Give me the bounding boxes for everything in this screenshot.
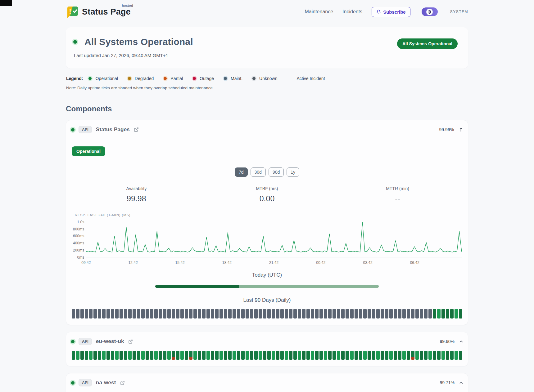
range-90d-button[interactable]: 90d <box>269 167 284 177</box>
uptime-tick[interactable] <box>159 351 162 360</box>
uptime-tick[interactable] <box>437 309 441 318</box>
uptime-tick[interactable] <box>250 351 253 360</box>
uptime-tick[interactable] <box>285 351 288 360</box>
uptime-tick[interactable] <box>76 309 79 318</box>
expand-component-button[interactable] <box>459 340 463 343</box>
external-link-icon[interactable] <box>128 339 133 344</box>
uptime-tick[interactable] <box>233 309 236 318</box>
uptime-tick[interactable] <box>293 351 297 360</box>
uptime-tick[interactable] <box>402 351 406 360</box>
uptime-tick[interactable] <box>459 351 462 360</box>
uptime-tick[interactable] <box>381 351 384 360</box>
uptime-tick[interactable] <box>441 309 445 318</box>
uptime-tick[interactable] <box>167 309 171 318</box>
uptime-tick[interactable] <box>389 309 393 318</box>
uptime-tick[interactable] <box>133 351 136 360</box>
uptime-tick[interactable] <box>306 351 310 360</box>
uptime-tick[interactable] <box>89 309 93 318</box>
external-link-icon[interactable] <box>134 127 139 132</box>
uptime-tick[interactable] <box>172 351 175 360</box>
uptime-tick[interactable] <box>185 351 188 360</box>
uptime-tick[interactable] <box>111 309 114 318</box>
uptime-tick[interactable] <box>150 351 153 360</box>
uptime-tick[interactable] <box>254 351 258 360</box>
uptime-tick[interactable] <box>328 351 332 360</box>
subscribe-button[interactable]: Subscribe <box>372 7 410 17</box>
uptime-tick[interactable] <box>146 309 149 318</box>
uptime-tick[interactable] <box>402 309 406 318</box>
uptime-tick[interactable] <box>85 351 88 360</box>
uptime-tick[interactable] <box>407 309 410 318</box>
uptime-tick[interactable] <box>85 309 88 318</box>
uptime-tick[interactable] <box>459 309 462 318</box>
range-1y-button[interactable]: 1y <box>287 167 299 177</box>
uptime-tick[interactable] <box>333 351 336 360</box>
uptime-tick[interactable] <box>368 309 371 318</box>
uptime-tick[interactable] <box>176 309 179 318</box>
uptime-tick[interactable] <box>237 351 240 360</box>
uptime-tick[interactable] <box>185 309 188 318</box>
uptime-tick[interactable] <box>285 309 288 318</box>
uptime-tick[interactable] <box>206 309 210 318</box>
uptime-tick[interactable] <box>350 309 354 318</box>
uptime-tick[interactable] <box>267 351 271 360</box>
uptime-tick[interactable] <box>233 351 236 360</box>
uptime-tick[interactable] <box>420 351 423 360</box>
uptime-tick[interactable] <box>428 351 432 360</box>
uptime-tick[interactable] <box>441 351 445 360</box>
uptime-tick[interactable] <box>198 309 201 318</box>
uptime-tick[interactable] <box>106 309 110 318</box>
uptime-tick[interactable] <box>206 351 210 360</box>
uptime-tick[interactable] <box>328 309 332 318</box>
uptime-tick[interactable] <box>376 351 380 360</box>
uptime-tick[interactable] <box>263 351 266 360</box>
uptime-tick[interactable] <box>267 309 271 318</box>
uptime-tick[interactable] <box>315 351 319 360</box>
expand-component-button[interactable] <box>459 381 463 384</box>
uptime-tick[interactable] <box>385 309 388 318</box>
uptime-tick[interactable] <box>215 309 219 318</box>
uptime-tick[interactable] <box>72 351 75 360</box>
uptime-tick[interactable] <box>319 309 323 318</box>
uptime-tick[interactable] <box>124 351 127 360</box>
uptime-tick[interactable] <box>341 351 345 360</box>
uptime-tick[interactable] <box>154 351 158 360</box>
uptime-tick[interactable] <box>272 309 275 318</box>
uptime-tick[interactable] <box>89 351 93 360</box>
uptime-tick[interactable] <box>180 351 184 360</box>
brand-logo-link[interactable]: ! Status Page hosted <box>66 5 131 18</box>
nav-maintenance-link[interactable]: Maintenance <box>305 9 333 15</box>
uptime-tick[interactable] <box>276 351 279 360</box>
uptime-tick[interactable] <box>311 351 314 360</box>
uptime-tick[interactable] <box>211 309 214 318</box>
uptime-tick[interactable] <box>224 309 227 318</box>
uptime-tick[interactable] <box>446 309 449 318</box>
uptime-tick[interactable] <box>298 351 301 360</box>
uptime-tick[interactable] <box>246 309 249 318</box>
uptime-tick[interactable] <box>254 309 258 318</box>
collapse-component-button[interactable] <box>459 127 463 132</box>
uptime-tick[interactable] <box>385 351 388 360</box>
uptime-tick[interactable] <box>246 351 249 360</box>
uptime-tick[interactable] <box>115 351 119 360</box>
uptime-tick[interactable] <box>446 351 449 360</box>
uptime-tick[interactable] <box>355 309 358 318</box>
range-7d-button[interactable]: 7d <box>235 167 248 177</box>
uptime-tick[interactable] <box>202 351 206 360</box>
uptime-tick[interactable] <box>133 309 136 318</box>
uptime-tick[interactable] <box>189 309 192 318</box>
uptime-tick[interactable] <box>124 309 127 318</box>
uptime-tick[interactable] <box>415 309 419 318</box>
uptime-tick[interactable] <box>433 351 436 360</box>
uptime-tick[interactable] <box>102 351 106 360</box>
uptime-tick[interactable] <box>128 351 132 360</box>
uptime-tick[interactable] <box>363 309 367 318</box>
uptime-tick[interactable] <box>298 309 301 318</box>
uptime-tick[interactable] <box>180 309 184 318</box>
uptime-tick[interactable] <box>250 309 253 318</box>
uptime-tick[interactable] <box>228 351 232 360</box>
uptime-tick[interactable] <box>337 309 340 318</box>
uptime-tick[interactable] <box>424 351 428 360</box>
component-name-na-west[interactable]: na-west <box>96 380 116 386</box>
uptime-tick[interactable] <box>241 309 245 318</box>
